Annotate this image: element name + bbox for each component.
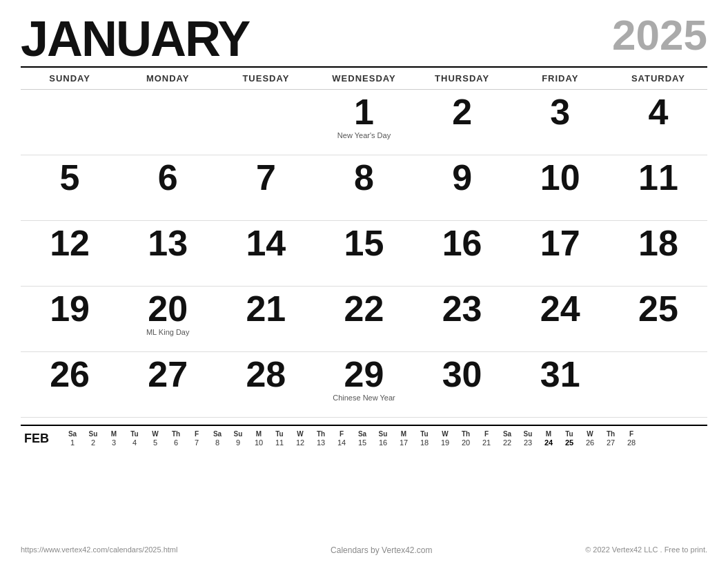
day-cell-21: 21 bbox=[217, 287, 315, 352]
day-cell-20: 20ML King Day bbox=[119, 287, 217, 352]
day-headers-row: SUNDAYMONDAYTUESDAYWEDNESDAYTHURSDAYFRID… bbox=[21, 66, 707, 90]
footer: https://www.vertex42.com/calendars/2025.… bbox=[21, 545, 707, 555]
mini-day: 9 bbox=[228, 438, 248, 447]
empty-cell bbox=[21, 90, 119, 155]
mini-header: Tu bbox=[124, 430, 145, 438]
mini-day: 11 bbox=[269, 438, 290, 447]
footer-left: https://www.vertex42.com/calendars/2025.… bbox=[21, 545, 177, 555]
footer-center: Calendars by Vertex42.com bbox=[331, 545, 432, 555]
day-header-thursday: THURSDAY bbox=[413, 70, 511, 86]
day-number: 5 bbox=[60, 159, 80, 195]
mini-day: 23 bbox=[518, 438, 538, 447]
day-cell-10: 10 bbox=[511, 155, 609, 221]
mini-header: Th bbox=[311, 430, 331, 438]
mini-header: Th bbox=[455, 430, 476, 438]
day-number: 10 bbox=[540, 159, 580, 195]
mini-day: 16 bbox=[373, 438, 393, 447]
mini-day: 21 bbox=[476, 438, 497, 447]
mini-header: M bbox=[393, 430, 414, 438]
day-number: 2 bbox=[452, 94, 472, 130]
mini-header: M bbox=[538, 430, 559, 438]
day-number: 3 bbox=[550, 94, 570, 130]
mini-day: 27 bbox=[600, 438, 621, 447]
mini-day: 13 bbox=[311, 438, 331, 447]
mini-header: Sa bbox=[207, 430, 228, 438]
day-cell-1: 1New Year's Day bbox=[315, 90, 413, 155]
mini-header: Su bbox=[518, 430, 538, 438]
day-number: 15 bbox=[344, 225, 384, 261]
mini-day: 26 bbox=[580, 438, 600, 447]
day-number: 19 bbox=[50, 291, 90, 327]
day-cell-22: 22 bbox=[315, 287, 413, 352]
mini-header: Sa bbox=[352, 430, 373, 438]
day-cell-7: 7 bbox=[217, 155, 315, 221]
mini-header: F bbox=[476, 430, 497, 438]
day-cell-2: 2 bbox=[413, 90, 511, 155]
day-cell-3: 3 bbox=[511, 90, 609, 155]
mini-header: M bbox=[248, 430, 269, 438]
day-number: 26 bbox=[50, 356, 90, 392]
day-cell-24: 24 bbox=[511, 287, 609, 352]
mini-header: W bbox=[145, 430, 166, 438]
day-number: 14 bbox=[246, 225, 286, 261]
day-cell-12: 12 bbox=[21, 221, 119, 287]
day-number: 6 bbox=[158, 159, 178, 195]
mini-header: F bbox=[186, 430, 207, 438]
day-number: 17 bbox=[540, 225, 580, 261]
day-cell-9: 9 bbox=[413, 155, 511, 221]
mini-calendar-section: FEB SaSuMTuWThFSaSuMTuWThFSaSuMTuWThFSaS… bbox=[21, 425, 707, 447]
empty-cell bbox=[609, 352, 707, 418]
day-cell-6: 6 bbox=[119, 155, 217, 221]
mini-header: Sa bbox=[497, 430, 518, 438]
day-cell-5: 5 bbox=[21, 155, 119, 221]
mini-day: 6 bbox=[166, 438, 186, 447]
mini-day: 19 bbox=[435, 438, 455, 447]
day-number: 12 bbox=[50, 225, 90, 261]
mini-day: 2 bbox=[83, 438, 104, 447]
day-cell-29: 29Chinese New Year bbox=[315, 352, 413, 418]
empty-cell bbox=[119, 90, 217, 155]
mini-day: 28 bbox=[621, 438, 642, 447]
day-cell-14: 14 bbox=[217, 221, 315, 287]
mini-header: Su bbox=[373, 430, 393, 438]
mini-header: Th bbox=[600, 430, 621, 438]
day-cell-11: 11 bbox=[609, 155, 707, 221]
mini-header: W bbox=[435, 430, 455, 438]
mini-header: F bbox=[621, 430, 642, 438]
day-header-friday: FRIDAY bbox=[511, 70, 609, 86]
calendar-container: JANUARY 2025 SUNDAYMONDAYTUESDAYWEDNESDA… bbox=[0, 0, 728, 454]
day-cell-26: 26 bbox=[21, 352, 119, 418]
day-cell-19: 19 bbox=[21, 287, 119, 352]
day-number: 22 bbox=[344, 291, 384, 327]
mini-day: 15 bbox=[352, 438, 373, 447]
day-number: 24 bbox=[540, 291, 580, 327]
day-header-saturday: SATURDAY bbox=[609, 70, 707, 86]
mini-header: Th bbox=[166, 430, 186, 438]
mini-day: 24 bbox=[538, 438, 559, 447]
mini-day: 18 bbox=[414, 438, 435, 447]
mini-header: Tu bbox=[559, 430, 580, 438]
day-cell-18: 18 bbox=[609, 221, 707, 287]
day-number: 30 bbox=[442, 356, 482, 392]
mini-day: 25 bbox=[559, 438, 580, 447]
mini-day: 8 bbox=[207, 438, 228, 447]
mini-header: W bbox=[290, 430, 311, 438]
year-title: 2025 bbox=[612, 14, 707, 57]
day-event: ML King Day bbox=[146, 328, 190, 336]
day-number: 8 bbox=[354, 159, 374, 195]
mini-header: F bbox=[331, 430, 352, 438]
mini-day: 3 bbox=[104, 438, 124, 447]
day-cell-23: 23 bbox=[413, 287, 511, 352]
day-event: Chinese New Year bbox=[333, 394, 395, 402]
mini-header: W bbox=[580, 430, 600, 438]
day-header-monday: MONDAY bbox=[119, 70, 217, 86]
mini-day: 10 bbox=[248, 438, 269, 447]
day-cell-28: 28 bbox=[217, 352, 315, 418]
day-number: 16 bbox=[442, 225, 482, 261]
day-number: 25 bbox=[638, 291, 678, 327]
day-header-wednesday: WEDNESDAY bbox=[315, 70, 413, 86]
mini-day: 12 bbox=[290, 438, 311, 447]
day-cell-17: 17 bbox=[511, 221, 609, 287]
day-number: 23 bbox=[442, 291, 482, 327]
mini-header: Su bbox=[228, 430, 248, 438]
